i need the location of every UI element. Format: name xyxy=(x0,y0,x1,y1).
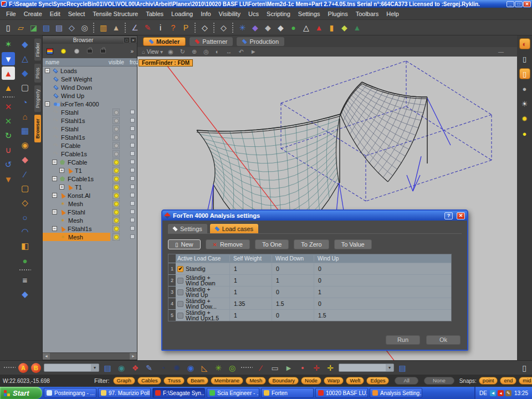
frozen-toggle[interactable] xyxy=(130,110,135,114)
menu-item-loading[interactable]: Loading xyxy=(167,9,197,18)
load-case-row-1[interactable]: 1✔Standig100 xyxy=(168,263,451,274)
frozen-toggle[interactable] xyxy=(130,168,135,172)
checkbox-unchecked[interactable] xyxy=(177,278,183,284)
swap-tool-icon[interactable]: ↻ xyxy=(2,129,15,142)
tree-item-t1-14[interactable]: +T1 xyxy=(43,183,137,191)
find-icon[interactable]: ◎ xyxy=(79,22,90,33)
ufo-tool-icon[interactable]: ● xyxy=(18,254,32,267)
task-posteingang[interactable]: Posteingang - ... xyxy=(44,388,96,398)
visibility-bulb-icon[interactable] xyxy=(112,109,120,116)
help-icon[interactable]: ? xyxy=(167,22,179,33)
self-weight-value[interactable]: 1 xyxy=(229,310,272,321)
column-header-self-weight[interactable]: Self Weight xyxy=(229,255,272,262)
tree-item-mesh-18[interactable]: ✶Mesh xyxy=(43,216,137,224)
panel-tab-plots[interactable]: Plots xyxy=(34,64,41,83)
menu-item-plugins[interactable]: Plugins xyxy=(324,9,352,18)
frozen-toggle[interactable] xyxy=(130,160,135,164)
menu-item-file[interactable]: File xyxy=(2,9,20,18)
load-case-row-4[interactable]: 4Ständig + Wind Dow...1.351.50 xyxy=(168,298,451,309)
task-forten[interactable]: Forten xyxy=(261,388,314,398)
panel-icon[interactable]: ▯ xyxy=(519,362,530,374)
spheres-icon[interactable]: ◉ xyxy=(116,362,127,374)
arc-smile-icon[interactable]: ∪ xyxy=(2,144,15,157)
knot-icon[interactable]: ✳ xyxy=(237,22,248,33)
to-zero-button[interactable]: To Zero xyxy=(294,239,329,249)
wind-down-value[interactable]: 0 xyxy=(272,287,314,298)
tree-item-wind-down-2[interactable]: Wind Down xyxy=(43,83,137,91)
surface-tool-icon[interactable]: ◆ xyxy=(18,66,32,80)
tab-modeler[interactable]: Modeler xyxy=(143,37,186,46)
polygon-tool-icon[interactable]: ◇ xyxy=(18,196,32,209)
frame-tool-icon[interactable]: ⌂ xyxy=(18,110,32,123)
cone-icon[interactable]: ▲ xyxy=(110,22,122,33)
collapse-icon[interactable]: − xyxy=(52,176,57,181)
wind-up-value[interactable]: 1.5 xyxy=(314,310,356,321)
close-button[interactable]: ✕ xyxy=(523,1,531,7)
filter-node[interactable]: Node xyxy=(301,377,321,385)
collapse-icon[interactable]: − xyxy=(45,68,50,73)
tree-item-ixforten-4000-4[interactable]: −ixForTen 4000 xyxy=(43,100,137,108)
load-case-row-5[interactable]: 5Ständig + Wind Upx1.5101.5 xyxy=(168,309,451,321)
wind-down-value[interactable]: 0 xyxy=(272,310,314,321)
tree-item-wind-up-3[interactable]: Wind Up xyxy=(43,91,137,100)
menu-item-select[interactable]: Select xyxy=(64,9,89,18)
pin-plane-icon[interactable]: ◆ xyxy=(18,288,32,301)
self-weight-value[interactable]: 1 xyxy=(229,263,272,274)
frozen-toggle[interactable] xyxy=(130,193,135,197)
paper-plane-icon[interactable]: ► xyxy=(283,362,294,374)
named-view-icon[interactable]: ► xyxy=(250,48,257,55)
filter-beam[interactable]: Beam xyxy=(187,377,208,385)
self-weight-value[interactable]: 1.35 xyxy=(229,298,272,309)
membrane-tool-icon[interactable]: ◆ xyxy=(18,153,32,166)
formfinder-icon[interactable]: ✶ xyxy=(2,38,15,51)
plane-yellow-icon[interactable]: ◆ xyxy=(339,22,350,33)
plane-icon[interactable]: ◆ xyxy=(249,22,261,33)
menu-item-create[interactable]: Create xyxy=(20,9,46,18)
filter-truss[interactable]: Truss xyxy=(163,377,184,385)
rollback-icon[interactable]: ◄ xyxy=(490,390,496,396)
frozen-toggle[interactable] xyxy=(130,218,135,222)
hide-all-bulb-icon[interactable] xyxy=(73,47,80,55)
spotlight-icon[interactable]: ✹ xyxy=(519,113,530,124)
filter-membrane[interactable]: Membrane xyxy=(211,377,243,385)
filter-none-button[interactable]: None xyxy=(424,377,454,385)
axes-icon[interactable]: ✛ xyxy=(311,362,322,374)
planes-grey-icon[interactable]: ◆ xyxy=(262,22,274,33)
point-tool-icon[interactable]: • xyxy=(297,362,308,374)
tree-item-loads-0[interactable]: −Loads xyxy=(43,66,137,75)
collapse-icon[interactable]: − xyxy=(45,101,50,106)
more-tools-button[interactable]: » xyxy=(130,48,134,54)
tree-item-mesh-16[interactable]: ✶Mesh xyxy=(43,200,137,208)
view-menu[interactable]: ⌂ View ▾ xyxy=(142,49,163,55)
copy-icon[interactable]: ▥ xyxy=(98,22,109,33)
ok-button[interactable]: Ok xyxy=(426,335,461,345)
tree-item-self-weight-1[interactable]: Self Weight xyxy=(43,75,137,83)
panel-orange-icon[interactable]: ▮ xyxy=(326,22,337,33)
visibility-bulb-icon[interactable] xyxy=(112,217,120,224)
menu-item-tensile-structure[interactable]: Tensile Structure xyxy=(89,9,142,18)
task-10020-basf-lu[interactable]: 10020 BASF LU... xyxy=(315,388,368,398)
fold-tool-icon[interactable]: ◔ xyxy=(18,95,32,109)
cage-tool-icon[interactable]: ▦ xyxy=(18,124,32,137)
orbit-icon[interactable]: ↻ xyxy=(180,48,185,55)
tree-item-fstahl-5[interactable]: ↷FStahl xyxy=(43,108,137,116)
pen-tool-icon[interactable]: ✎ xyxy=(144,362,155,374)
column-name[interactable]: name xyxy=(43,59,59,65)
dialog-titlebar[interactable]: ForTen 4000 Analysis settings ? ✕ xyxy=(162,211,467,221)
tree-item-fstahl1s-8[interactable]: ↷FStahl1s xyxy=(43,133,137,141)
letter-a-button[interactable]: A xyxy=(18,363,28,373)
zoom-in-icon[interactable]: ⊕ xyxy=(192,48,197,55)
pen-tray-icon[interactable]: ✎ xyxy=(505,390,511,396)
visibility-bulb-icon[interactable] xyxy=(112,142,120,149)
menu-item-info[interactable]: Info xyxy=(197,9,214,18)
pan-icon[interactable]: ↔ xyxy=(226,48,232,55)
scroll-right-button[interactable]: ► xyxy=(130,353,137,360)
menu-item-edit[interactable]: Edit xyxy=(46,9,64,18)
save-icon[interactable]: ▤ xyxy=(40,22,52,33)
set-square-icon[interactable]: ◺ xyxy=(199,362,210,374)
collapse-icon[interactable]: − xyxy=(52,226,57,231)
layers-icon[interactable] xyxy=(46,47,54,55)
light-off-icon[interactable]: ● xyxy=(519,83,530,94)
column-visible[interactable]: visible xyxy=(109,59,124,65)
collapse-icon[interactable]: − xyxy=(52,193,57,198)
